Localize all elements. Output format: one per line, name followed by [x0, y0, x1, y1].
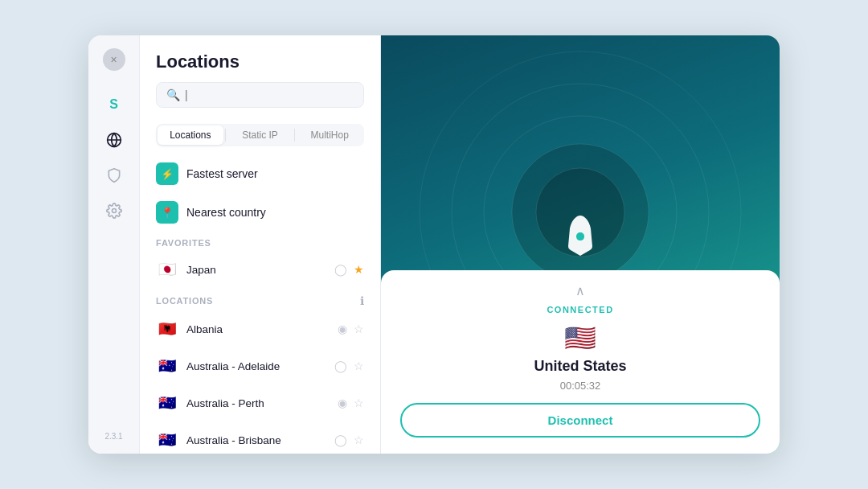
connection-time: 00:05:32 [560, 380, 601, 392]
tab-static-ip[interactable]: Static IP [227, 125, 293, 145]
japan-actions: ◯ ★ [334, 263, 364, 276]
locations-list: ⚡ Fastest server 📍 Nearest country FAVOR… [140, 154, 380, 454]
tab-divider-2 [294, 129, 295, 142]
svg-point-2 [112, 209, 116, 213]
fastest-server-icon: ⚡ [156, 162, 178, 185]
settings-icon[interactable] [100, 196, 129, 225]
chevron-up-icon[interactable]: ∧ [575, 283, 585, 298]
aus-brisbane-label: Australia - Brisbane [186, 434, 326, 446]
close-button[interactable]: × [103, 48, 125, 71]
vpn-logo [552, 206, 608, 270]
list-item[interactable]: 🇦🇺 Australia - Brisbane ◯ ☆ [140, 421, 380, 454]
locations-header: Locations 🔍 [140, 35, 380, 116]
tab-multihop[interactable]: MultiHop [297, 125, 362, 145]
version-label: 2.3.1 [104, 432, 122, 441]
star-icon-filled[interactable]: ★ [354, 263, 364, 276]
star-icon[interactable]: ☆ [354, 323, 364, 335]
favorites-title: FAVORITES [156, 238, 211, 248]
search-box[interactable]: 🔍 [156, 82, 364, 108]
locations-panel: Locations 🔍 Locations Static IP MultiHop… [140, 35, 381, 454]
aus-perth-actions: ◉ ☆ [338, 397, 364, 409]
japan-flag: 🇯🇵 [156, 258, 178, 281]
list-item[interactable]: 🇦🇱 Albania ◉ ☆ [140, 310, 380, 347]
search-input[interactable] [185, 88, 354, 101]
japan-label: Japan [186, 264, 326, 276]
vpn-panel: ∧ CONNECTED 🇺🇸 United States 00:05:32 Di… [381, 35, 780, 454]
signal-icon: ◯ [334, 434, 347, 446]
country-flag: 🇺🇸 [564, 323, 596, 353]
signal-icon: ◯ [334, 360, 347, 372]
aus-perth-flag: 🇦🇺 [156, 392, 178, 414]
albania-actions: ◉ ☆ [338, 323, 364, 335]
signal-icon: ◉ [338, 323, 347, 335]
list-item[interactable]: 🇦🇺 Australia - Adelaide ◯ ☆ [140, 347, 380, 384]
vpn-logo-inner [552, 206, 608, 270]
star-icon[interactable]: ☆ [354, 434, 364, 446]
nearest-country-label: Nearest country [186, 206, 266, 219]
locations-section-header: LOCATIONS ℹ [140, 288, 380, 310]
disconnect-button[interactable]: Disconnect [400, 403, 760, 438]
star-icon[interactable]: ☆ [354, 360, 364, 372]
star-icon[interactable]: ☆ [354, 397, 364, 409]
nearest-country-icon: 📍 [156, 201, 178, 224]
signal-icon: ◯ [334, 263, 347, 276]
globe-icon[interactable] [100, 125, 129, 154]
favorites-section-header: FAVORITES [140, 232, 380, 251]
aus-adelaide-actions: ◯ ☆ [334, 360, 364, 372]
aus-perth-label: Australia - Perth [186, 397, 330, 409]
locations-title: Locations [156, 51, 364, 72]
shield-icon[interactable] [100, 161, 129, 190]
connected-card: ∧ CONNECTED 🇺🇸 United States 00:05:32 Di… [381, 270, 780, 454]
list-item[interactable]: 🇯🇵 Japan ◯ ★ [140, 251, 380, 288]
albania-flag: 🇦🇱 [156, 318, 178, 340]
aus-adelaide-flag: 🇦🇺 [156, 355, 178, 377]
sidebar: × S 2.3.1 [88, 35, 140, 454]
connected-status: CONNECTED [547, 305, 613, 314]
albania-label: Albania [186, 323, 330, 335]
app-container: × S 2.3.1 Locations 🔍 [88, 35, 780, 454]
brand-icon: S [100, 90, 129, 119]
fastest-server-item[interactable]: ⚡ Fastest server [140, 154, 380, 193]
fastest-server-label: Fastest server [186, 167, 258, 180]
close-icon: × [110, 53, 117, 66]
aus-brisbane-actions: ◯ ☆ [334, 434, 364, 446]
locations-info-icon[interactable]: ℹ [360, 294, 364, 307]
tabs-bar: Locations Static IP MultiHop [156, 124, 364, 146]
country-name: United States [534, 358, 626, 375]
tab-locations[interactable]: Locations [158, 125, 223, 145]
aus-adelaide-label: Australia - Adelaide [186, 360, 326, 372]
locations-section-title: LOCATIONS [156, 296, 213, 306]
list-item[interactable]: 🇦🇺 Australia - Perth ◉ ☆ [140, 384, 380, 421]
nearest-country-item[interactable]: 📍 Nearest country [140, 193, 380, 232]
signal-icon: ◉ [338, 397, 347, 409]
aus-brisbane-flag: 🇦🇺 [156, 429, 178, 451]
tab-divider-1 [225, 129, 226, 142]
search-icon: 🔍 [166, 88, 180, 101]
